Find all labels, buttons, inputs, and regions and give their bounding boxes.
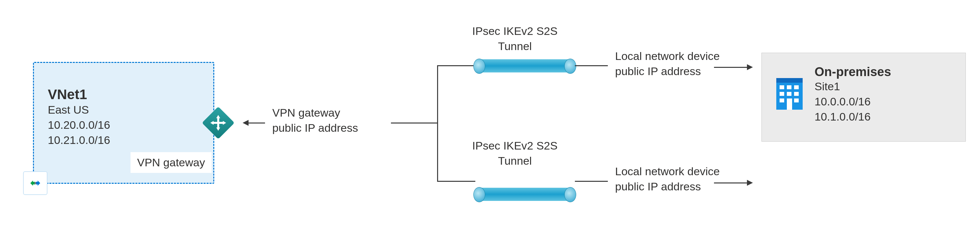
connector-line (575, 65, 608, 66)
svg-marker-6 (223, 121, 226, 125)
svg-rect-17 (780, 99, 784, 102)
svg-rect-15 (787, 92, 791, 96)
tunnel-top-icon (479, 59, 571, 72)
svg-marker-1 (36, 180, 40, 186)
connector-line (248, 122, 265, 124)
tunnel-bottom-label: IPsec IKEv2 S2S Tunnel (465, 138, 564, 169)
svg-rect-18 (794, 99, 799, 102)
onprem-top-cidr1: 10.0.0.0/16 (815, 94, 954, 109)
svg-rect-10 (776, 78, 803, 83)
svg-rect-19 (787, 99, 792, 110)
onprem-box-top: On-premises Site1 10.0.0.0/16 10.1.0.0/1… (762, 53, 966, 141)
svg-marker-0 (30, 180, 35, 186)
vnet-gateway-badge: VPN gateway (130, 152, 212, 173)
connector-line (437, 65, 438, 182)
connector-line (714, 67, 747, 68)
arrow-head-right (747, 180, 753, 186)
local-device-top-label: Local network device public IP address (615, 49, 720, 79)
local-device-bottom-line1: Local network device (615, 164, 720, 179)
vnet-cidr1: 10.20.0.0/16 (48, 118, 199, 133)
onprem-top-cidr2: 10.1.0.0/16 (815, 109, 954, 124)
svg-rect-8 (213, 122, 223, 124)
local-device-bottom-label: Local network device public IP address (615, 164, 720, 194)
svg-rect-14 (780, 92, 784, 96)
arrow-head-left (243, 120, 248, 126)
vpn-gateway-diamond-icon (202, 107, 235, 139)
connector-line (575, 181, 608, 182)
svg-rect-11 (780, 85, 784, 89)
local-device-bottom-line2: public IP address (615, 179, 720, 194)
vnet-icon (23, 171, 48, 195)
onprem-top-site: Site1 (815, 79, 954, 94)
svg-point-2 (34, 182, 36, 184)
svg-marker-4 (216, 127, 220, 131)
onprem-top-title: On-premises (815, 65, 954, 79)
connector-line (437, 65, 475, 66)
vnet-cidr2: 10.21.0.0/16 (48, 133, 199, 148)
connector-line (437, 181, 475, 182)
tunnel-top-label-line1: IPsec IKEv2 S2S (465, 24, 564, 39)
vpn-gateway-label-line1: VPN gateway (272, 105, 358, 121)
svg-rect-16 (794, 92, 799, 96)
tunnel-bottom-label-line2: Tunnel (465, 153, 564, 169)
svg-rect-13 (794, 85, 799, 89)
svg-marker-3 (216, 115, 220, 118)
local-device-top-line1: Local network device (615, 49, 720, 64)
tunnel-bottom-label-line1: IPsec IKEv2 S2S (465, 138, 564, 153)
vpn-gateway-label: VPN gateway public IP address (272, 105, 358, 136)
vnet-region: East US (48, 102, 199, 118)
svg-rect-12 (787, 85, 791, 89)
diagram-canvas: VNet1 East US 10.20.0.0/16 10.21.0.0/16 … (0, 0, 980, 248)
local-device-top-line2: public IP address (615, 64, 720, 79)
tunnel-top-label-line2: Tunnel (465, 39, 564, 54)
vpn-gateway-label-line2: public IP address (272, 121, 358, 136)
tunnel-bottom-icon (479, 188, 571, 201)
arrow-head-right (747, 64, 753, 70)
building-icon (774, 76, 805, 112)
vnet-title: VNet1 (48, 87, 199, 102)
svg-marker-5 (210, 121, 213, 125)
tunnel-top-label: IPsec IKEv2 S2S Tunnel (465, 24, 564, 54)
connector-line (391, 122, 437, 124)
connector-line (714, 183, 747, 183)
